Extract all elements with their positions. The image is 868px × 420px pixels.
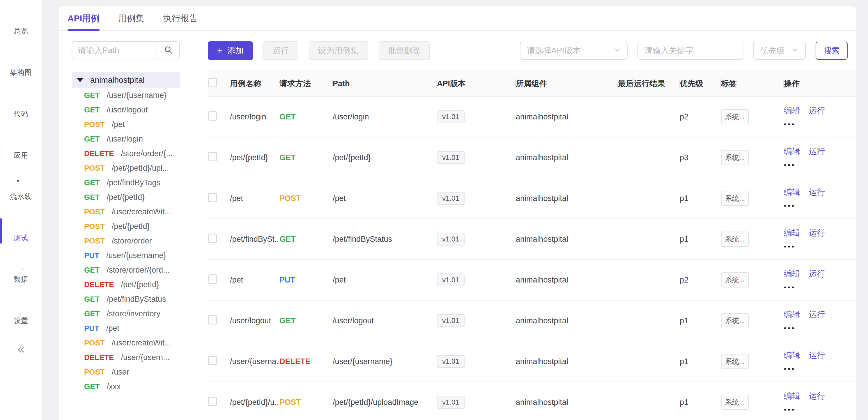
case-name: /pet/{petId} <box>230 137 279 178</box>
tree-endpoint-item[interactable]: GET /user/logout <box>72 102 180 117</box>
endpoint-path: /user/{usern... <box>121 353 170 362</box>
case-path: /pet/{petId} <box>333 137 437 178</box>
endpoint-method: DELETE <box>84 280 114 289</box>
endpoint-method: GET <box>84 266 99 275</box>
run-link[interactable]: 运行 <box>809 105 825 116</box>
tree-endpoint-item[interactable]: POST /user <box>72 365 180 379</box>
more-actions-button[interactable]: ••• <box>784 283 856 292</box>
tab-case-sets[interactable]: 用例集 <box>118 6 144 30</box>
run-link[interactable]: 运行 <box>809 309 825 320</box>
run-link[interactable]: 运行 <box>809 268 825 279</box>
endpoint-method: POST <box>84 338 105 348</box>
case-path: /user/{username} <box>333 341 437 382</box>
sidebar-item-test[interactable]: 测试 <box>0 210 42 252</box>
column-header: API版本 <box>437 71 516 96</box>
tree-endpoint-item[interactable]: GET /pet/findByStatus <box>72 292 180 306</box>
row-checkbox[interactable] <box>208 193 217 202</box>
more-actions-button[interactable]: ••• <box>784 120 856 128</box>
tree-endpoint-item[interactable]: DELETE /user/{usern... <box>72 350 180 365</box>
tab-api-cases[interactable]: API用例 <box>67 6 99 30</box>
tree-endpoint-item[interactable]: POST /pet/{petId}/upl... <box>72 161 180 175</box>
tree-endpoint-item[interactable]: GET /pet/{petId} <box>72 190 180 205</box>
request-method: POST <box>279 398 301 407</box>
endpoint-method: GET <box>84 193 99 202</box>
tree-endpoint-item[interactable]: GET /xxx <box>72 379 180 394</box>
tree-root-animalhostpital[interactable]: animalhostpital <box>72 72 180 88</box>
more-actions-button[interactable]: ••• <box>784 365 856 373</box>
select-all-checkbox[interactable] <box>208 78 217 87</box>
search-button[interactable]: 搜索 <box>816 42 848 60</box>
tree-endpoint-item[interactable]: GET /user/login <box>72 132 180 146</box>
edit-link[interactable]: 编辑 <box>784 350 800 361</box>
row-checkbox[interactable] <box>208 152 217 161</box>
tree-endpoint-item[interactable]: DELETE /store/order/{... <box>72 146 180 161</box>
endpoint-path: /user/createWit... <box>112 207 171 216</box>
more-actions-button[interactable]: ••• <box>784 406 856 414</box>
sidebar-item-data[interactable]: 数据 <box>0 252 42 293</box>
tree-endpoint-item[interactable]: POST /user/createWit... <box>72 205 180 219</box>
sidebar-item-pipeline[interactable]: 流水线 <box>0 169 42 210</box>
edit-link[interactable]: 编辑 <box>784 268 800 279</box>
row-checkbox[interactable] <box>208 315 217 325</box>
tree-endpoint-item[interactable]: POST /pet/{petId} <box>72 219 180 234</box>
tree-endpoint-item[interactable]: GET /user/{username} <box>72 88 180 102</box>
run-link[interactable]: 运行 <box>809 187 825 198</box>
sidebar-item-settings[interactable]: 设置 <box>0 293 42 334</box>
edit-link[interactable]: 编辑 <box>784 146 800 157</box>
more-actions-button[interactable]: ••• <box>784 161 856 169</box>
run-link[interactable]: 运行 <box>809 146 825 157</box>
row-checkbox[interactable] <box>208 234 217 243</box>
row-checkbox[interactable] <box>208 274 217 284</box>
tree-endpoint-item[interactable]: GET /store/inventory <box>72 306 180 321</box>
tree-endpoint-item[interactable]: DELETE /pet/{petId} <box>72 277 180 292</box>
tag-chip: 系统... <box>721 150 749 165</box>
tree-endpoint-item[interactable]: POST /pet <box>72 117 180 132</box>
row-checkbox[interactable] <box>208 356 217 365</box>
endpoint-path: /user/login <box>106 134 143 144</box>
priority-value: p2 <box>680 96 721 137</box>
endpoint-path: /pet <box>106 324 119 333</box>
sidebar-item-architecture[interactable]: 架构图 <box>0 45 42 86</box>
row-checkbox[interactable] <box>208 111 217 121</box>
set-as-suite-button[interactable]: 设为用例集 <box>309 41 368 60</box>
row-checkbox[interactable] <box>208 397 217 406</box>
last-run-result <box>618 137 680 178</box>
endpoint-method: PUT <box>84 324 99 333</box>
more-actions-button[interactable]: ••• <box>784 202 856 210</box>
path-search-button[interactable] <box>157 41 180 59</box>
keyword-input[interactable] <box>645 46 737 55</box>
tree-endpoint-item[interactable]: GET /store/order/{ord... <box>72 263 180 277</box>
case-path: /pet/findByStatus <box>333 219 437 260</box>
more-actions-button[interactable]: ••• <box>784 324 856 332</box>
tabs-bar: API用例用例集执行报告 <box>59 6 856 31</box>
collapse-sidebar-button[interactable] <box>0 334 42 366</box>
tree-endpoint-item[interactable]: PUT /user/{username} <box>72 248 180 263</box>
edit-link[interactable]: 编辑 <box>784 105 800 116</box>
add-button[interactable]: + 添加 <box>208 41 253 60</box>
priority-select[interactable]: 优先级 <box>753 42 806 60</box>
sidebar-item-overview[interactable]: 总览 <box>0 3 42 45</box>
tab-reports[interactable]: 执行报告 <box>163 6 198 30</box>
last-run-result <box>618 300 680 341</box>
api-version-select[interactable]: 请选择API版本 <box>520 42 627 60</box>
code-terminal-icon <box>16 95 27 107</box>
run-link[interactable]: 运行 <box>809 350 825 361</box>
run-link[interactable]: 运行 <box>809 391 825 402</box>
tree-endpoint-item[interactable]: PUT /pet <box>72 321 180 335</box>
edit-link[interactable]: 编辑 <box>784 187 800 198</box>
column-header: 操作 <box>784 71 856 96</box>
edit-link[interactable]: 编辑 <box>784 228 800 239</box>
sidebar-item-apps[interactable]: 应用 <box>0 127 42 169</box>
edit-link[interactable]: 编辑 <box>784 309 800 320</box>
api-version-badge: v1.01 <box>437 314 465 327</box>
run-link[interactable]: 运行 <box>809 228 825 239</box>
tree-endpoint-item[interactable]: GET /pet/findByTags <box>72 175 180 190</box>
batch-delete-button[interactable]: 批量删除 <box>379 41 430 60</box>
tree-endpoint-item[interactable]: POST /store/order <box>72 234 180 248</box>
edit-link[interactable]: 编辑 <box>784 391 800 402</box>
more-actions-button[interactable]: ••• <box>784 243 856 251</box>
path-search-input[interactable] <box>72 41 157 59</box>
tree-endpoint-item[interactable]: POST /user/createWit... <box>72 335 180 350</box>
run-button[interactable]: 运行 <box>264 41 298 60</box>
sidebar-item-code[interactable]: 代码 <box>0 86 42 127</box>
